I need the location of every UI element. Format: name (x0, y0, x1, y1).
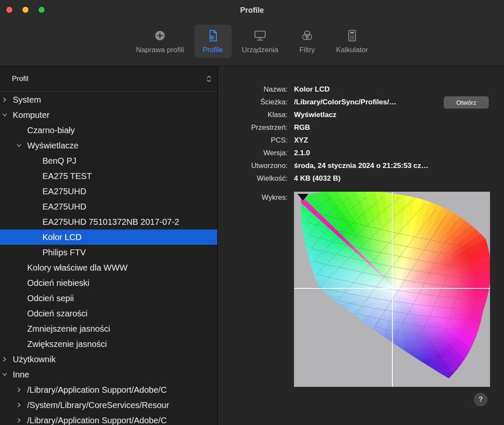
sidebar-header-label: Profil (12, 75, 28, 83)
tree-item-system[interactable]: System (0, 92, 217, 107)
tree-item-label: EA275UHD 75101372NB 2017-07-2 (42, 214, 179, 229)
detail-row-pcs: PCS:XYZ (218, 134, 504, 147)
tree-item-label: Odcień szarości (27, 306, 87, 321)
gamut-chart[interactable] (294, 192, 490, 387)
toolbar-item-label: Filtry (299, 46, 315, 54)
toolbar-item-label: Profile (203, 46, 223, 54)
titlebar: Profile (0, 0, 504, 20)
tree-item-label: System (13, 92, 41, 107)
tree-item-label: EA275UHD (42, 184, 86, 199)
tree-item-library-application-support-adobe-c[interactable]: /Library/Application Support/Adobe/C (0, 413, 217, 425)
detail-row-wielko: Wielkość:4 KB (4032 B) (218, 172, 504, 185)
tree-item-ea275uhd[interactable]: EA275UHD (0, 184, 217, 199)
detail-value: 2.1.0 (294, 149, 310, 157)
detail-value: RGB (294, 123, 310, 132)
tree-item-label: BenQ PJ (42, 153, 76, 168)
detail-value: /Library/ColorSync/Profiles/… (294, 98, 396, 106)
chart-label: Wykres: (218, 193, 288, 202)
tree-item-zwi-kszenie-jasno-ci[interactable]: Zwiększenie jasności (0, 336, 217, 352)
window-title: Profile (0, 0, 504, 20)
disclosure-collapsed-icon[interactable] (16, 387, 22, 393)
tree-item-label: Czarno-biały (27, 123, 75, 138)
tree-item-ea275uhd[interactable]: EA275UHD (0, 199, 217, 214)
detail-panel: Nazwa:Kolor LCDŚcieżka:/Library/ColorSyn… (218, 66, 504, 425)
toolbar: Naprawa profiliProfileUrządzeniaFiltryKa… (0, 20, 504, 66)
detail-row-nazwa: Nazwa:Kolor LCD (218, 83, 504, 96)
tree-item-library-application-support-adobe-c[interactable]: /Library/Application Support/Adobe/C (0, 382, 217, 397)
tree-item-philips-ftv[interactable]: Philips FTV (0, 245, 217, 260)
tree-item-ea275-test[interactable]: EA275 TEST (0, 168, 217, 184)
detail-label: Wielkość: (218, 174, 288, 183)
detail-row-utworzono: Utworzono:środa, 24 stycznia 2024 o 21:2… (218, 159, 504, 172)
help-button[interactable]: ? (474, 393, 487, 406)
tree-item-label: Odcień niebieski (27, 275, 90, 291)
disclosure-collapsed-icon[interactable] (2, 356, 8, 362)
detail-label: Utworzono: (218, 162, 288, 170)
tree-item-kolor-lcd[interactable]: Kolor LCD (0, 229, 217, 245)
detail-value: 4 KB (4032 B) (294, 174, 341, 183)
tree-item-ea275uhd-75101372nb-2017-07-2[interactable]: EA275UHD 75101372NB 2017-07-2 (0, 214, 217, 229)
toolbar-item-label: Naprawa profili (136, 46, 184, 54)
detail-label: PCS: (218, 136, 288, 145)
sort-toggle-icon[interactable] (206, 75, 212, 83)
detail-row-przestrze: Przestrzeń:RGB (218, 121, 504, 134)
toolbar-item-filtry[interactable]: Filtry (288, 25, 326, 58)
toolbar-item-naprawa-profili[interactable]: Naprawa profili (130, 25, 190, 58)
detail-label: Nazwa: (218, 85, 288, 94)
toolbar-item-label: Urządzenia (242, 46, 278, 54)
sidebar: Profil SystemKomputerCzarno-białyWyświet… (0, 66, 218, 425)
tree-item-label: Wyświetlacze (27, 138, 78, 153)
tree-item-inne[interactable]: Inne (0, 367, 217, 382)
tree-item-label: /System/Library/CoreServices/Resour (27, 397, 169, 413)
tree-item-system-library-coreservices-resour[interactable]: /System/Library/CoreServices/Resour (0, 397, 217, 413)
disclosure-expanded-icon[interactable] (2, 372, 8, 377)
tree-item-komputer[interactable]: Komputer (0, 107, 217, 123)
detail-label: Klasa: (218, 111, 288, 119)
detail-value: środa, 24 stycznia 2024 o 21:25:53 cz… (294, 162, 428, 170)
tree-item-benq-pj[interactable]: BenQ PJ (0, 153, 217, 168)
tree-item-label: Kolory właściwe dla WWW (27, 260, 128, 275)
calculator-icon (345, 28, 359, 43)
toolbar-item-kalkulator[interactable]: Kalkulator (330, 25, 374, 58)
tree-item-kolory-w-a-ciwe-dla-www[interactable]: Kolory właściwe dla WWW (0, 260, 217, 275)
detail-label: Przestrzeń: (218, 123, 288, 132)
disclosure-collapsed-icon[interactable] (16, 417, 22, 423)
tree-item-odcie-sepii[interactable]: Odcień sepii (0, 291, 217, 306)
detail-row-klasa: Klasa:Wyświetlacz (218, 109, 504, 121)
open-button[interactable]: Otwórz (444, 96, 489, 109)
tree-item-label: Philips FTV (42, 245, 86, 260)
tree-item-label: Odcień sepii (27, 291, 74, 306)
tree-item-label: Zwiększenie jasności (27, 336, 107, 352)
tree-item-label: Kolor LCD (42, 229, 81, 245)
detail-row-wersja: Wersja:2.1.0 (218, 147, 504, 159)
tree-item-label: EA275UHD (42, 199, 86, 214)
tree-item-label: /Library/Application Support/Adobe/C (27, 382, 167, 397)
detail-label: Ścieżka: (218, 98, 288, 106)
sidebar-header: Profil (0, 66, 217, 92)
tree-item-czarno-bia-y[interactable]: Czarno-biały (0, 123, 217, 138)
tree-item-zmniejszenie-jasno-ci[interactable]: Zmniejszenie jasności (0, 321, 217, 336)
tree-item-label: EA275 TEST (42, 168, 92, 184)
tree-item-u-ytkownik[interactable]: Użytkownik (0, 352, 217, 367)
toolbar-item-label: Kalkulator (336, 46, 368, 54)
devices-display-icon (253, 28, 267, 43)
detail-value: Wyświetlacz (294, 111, 336, 119)
disclosure-expanded-icon[interactable] (2, 112, 8, 118)
repair-profiles-icon (153, 28, 167, 43)
disclosure-collapsed-icon[interactable] (2, 97, 8, 103)
detail-value: XYZ (294, 136, 308, 145)
tree-item-odcie-szaro-ci[interactable]: Odcień szarości (0, 306, 217, 321)
tree-item-label: /Library/Application Support/Adobe/C (27, 413, 167, 425)
gamut-svg (294, 192, 490, 387)
tree-item-label: Użytkownik (13, 352, 56, 367)
toolbar-item-urz-dzenia[interactable]: Urządzenia (236, 25, 284, 58)
profile-tree: SystemKomputerCzarno-białyWyświetlaczeBe… (0, 92, 217, 425)
disclosure-expanded-icon[interactable] (16, 143, 22, 148)
disclosure-collapsed-icon[interactable] (16, 402, 22, 408)
colorsync-window: Profile Naprawa profiliProfileUrządzenia… (0, 0, 504, 425)
profile-document-icon (206, 28, 220, 43)
toolbar-item-profile[interactable]: Profile (194, 25, 232, 58)
detail-label: Wersja: (218, 149, 288, 157)
tree-item-odcie-niebieski[interactable]: Odcień niebieski (0, 275, 217, 291)
tree-item-wy-wietlacze[interactable]: Wyświetlacze (0, 138, 217, 153)
